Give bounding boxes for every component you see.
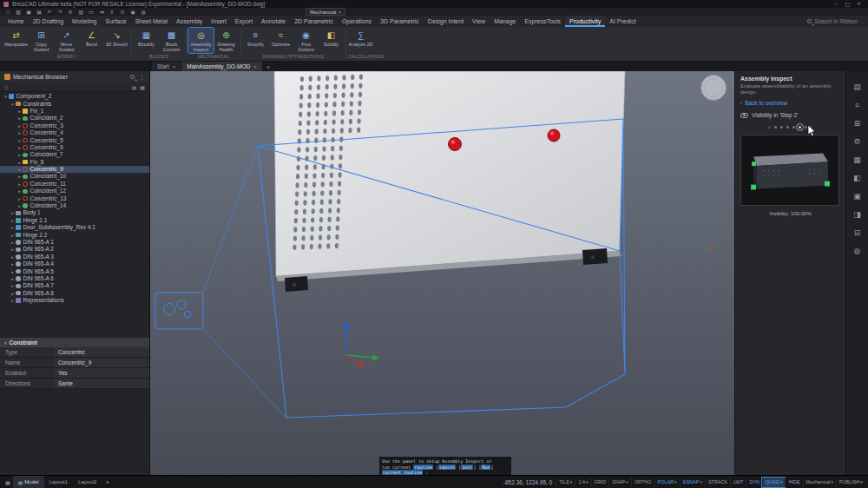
- toggle-esnap[interactable]: ESNAP ▾: [680, 478, 705, 487]
- tree-item-din-965-a-4[interactable]: ▸DIN 965-A 4: [0, 260, 149, 267]
- menu-item-export[interactable]: Export: [231, 16, 257, 27]
- minimize-button[interactable]: –: [831, 1, 842, 7]
- print-icon[interactable]: ▤: [35, 9, 43, 16]
- save-icon[interactable]: ▣: [24, 9, 33, 16]
- paste-icon[interactable]: ▭: [87, 9, 95, 16]
- cut-icon[interactable]: ⊘: [66, 9, 75, 16]
- tree-item-coincident-7[interactable]: ▸Coincident_7: [0, 151, 149, 158]
- properties-panel-icon[interactable]: ▤: [852, 82, 864, 92]
- menu-item-2d-parametric[interactable]: 2D Parametric: [290, 16, 338, 27]
- toggle-dyn[interactable]: DYN: [746, 478, 762, 487]
- tree-item-coincident-2[interactable]: ▸Coincident_2: [0, 115, 149, 122]
- step-dot-3[interactable]: [786, 126, 789, 129]
- ribbon-search[interactable]: Search in Ribbon: [807, 18, 865, 24]
- tree-item-concentric-13[interactable]: ▸Concentric_13: [0, 195, 149, 201]
- layout-tab-layout1[interactable]: Layout1: [44, 476, 73, 488]
- expand-icon[interactable]: ▸: [16, 181, 23, 188]
- ribbon-tool-assembly-inspect[interactable]: ◎Assembly Inspect: [188, 28, 214, 53]
- tree-item-representations[interactable]: ▸Representations: [0, 297, 149, 304]
- property-row-name[interactable]: NameConcentric_9: [0, 358, 149, 368]
- step-dot-4[interactable]: [792, 126, 795, 129]
- tree-item-concentric-3[interactable]: ▸Concentric_3: [0, 122, 149, 129]
- tree-item-constraints[interactable]: ▾Constraints: [0, 100, 149, 107]
- grid-view-icon[interactable]: ▦: [140, 84, 145, 90]
- report-panel-icon[interactable]: ◧: [852, 173, 864, 183]
- tree-item-door-subassembly-rev-4-1[interactable]: ▸Door_SubAssembly_Rev 4.1: [0, 224, 149, 231]
- view-icon[interactable]: ◉: [128, 9, 137, 16]
- property-row-enabled[interactable]: EnabledYes: [0, 368, 149, 379]
- tree-item-concentric-11[interactable]: ▸Concentric_11: [0, 181, 149, 188]
- expand-icon[interactable]: ▸: [10, 232, 16, 239]
- new-file-icon[interactable]: □: [3, 9, 12, 16]
- tree-item-concentric-4[interactable]: ▸Concentric_4: [0, 129, 149, 136]
- step-preview-thumbnail[interactable]: [740, 135, 839, 206]
- tree-item-coincident-14[interactable]: ▸Coincident_14: [0, 202, 149, 209]
- tree-item-din-965-a-6[interactable]: ▸DIN 965-A 6: [0, 275, 149, 282]
- menu-item-manage[interactable]: Manage: [490, 16, 520, 27]
- step-dot-1[interactable]: [774, 126, 777, 129]
- tree-item-concentric-6[interactable]: ▸Concentric_6: [0, 144, 149, 151]
- ribbon-tool-block-convert[interactable]: ▩Block Convert: [159, 28, 184, 53]
- workspace-dropdown[interactable]: Mechanical ▾: [306, 8, 345, 16]
- expand-icon[interactable]: ▸: [16, 115, 23, 122]
- ribbon-tool-optimize[interactable]: ≈Optimize: [268, 28, 293, 53]
- menu-item-assembly[interactable]: Assembly: [172, 16, 207, 27]
- undo-icon[interactable]: ↶: [45, 9, 54, 16]
- step-dot-6[interactable]: [805, 126, 807, 129]
- menu-item-operations[interactable]: Operations: [338, 16, 376, 27]
- tree-item-concentric-9[interactable]: ▸Concentric_9: [0, 166, 149, 173]
- expand-icon[interactable]: ▸: [10, 268, 16, 275]
- assembly-inspect-panel-icon[interactable]: ◍: [852, 246, 864, 256]
- expand-icon[interactable]: ▸: [16, 159, 23, 166]
- tree-item-din-965-a-3[interactable]: ▸DIN 965-A 3: [0, 254, 149, 260]
- ribbon-tool-move-guided[interactable]: ↗Move Guided: [54, 28, 79, 53]
- toggle-strack[interactable]: STRACK: [705, 478, 730, 487]
- layout-grid-icon[interactable]: ▦: [3, 479, 13, 485]
- tree-item-hinge-2-2[interactable]: ▸Hinge 2.2: [0, 231, 149, 238]
- expand-icon[interactable]: ▸: [10, 290, 16, 297]
- tree-item-component-2[interactable]: ▾Component_2: [0, 93, 149, 100]
- ribbon-tool-solidify[interactable]: ◧Solidify: [319, 28, 344, 53]
- expand-icon[interactable]: ▸: [10, 224, 16, 231]
- mechanical-browser-panel-icon[interactable]: ⚙: [852, 136, 864, 147]
- expand-icon[interactable]: ▸: [16, 195, 23, 202]
- expand-icon[interactable]: ▸: [10, 209, 16, 216]
- visibility-step-row[interactable]: Visibility in 'Step 2': [740, 112, 840, 118]
- viewport-3d[interactable]: Use the panel to setup Assembly Inspect …: [150, 71, 734, 475]
- red-pin-right[interactable]: [548, 129, 560, 142]
- toggle-mechanical[interactable]: Mechanical ▾: [803, 478, 836, 487]
- ribbon-tool-bend[interactable]: ∠Bend: [79, 28, 104, 53]
- layout-tab-layout2[interactable]: Layout2: [73, 476, 102, 488]
- ribbon-tool-analyze-2d[interactable]: ∑Analyze 2D: [348, 28, 373, 53]
- expand-icon[interactable]: ▸: [16, 144, 23, 151]
- property-row-type[interactable]: TypeConcentric: [0, 347, 149, 358]
- toggle-quad[interactable]: QUAD ▾: [762, 478, 785, 487]
- expand-icon[interactable]: ▸: [16, 202, 23, 209]
- menu-item-home[interactable]: Home: [3, 16, 29, 27]
- tree-item-din-965-a-2[interactable]: ▸DIN 965-A 2: [0, 246, 149, 253]
- browser-search-icon[interactable]: [130, 75, 135, 79]
- menu-item-productivity[interactable]: Productivity: [565, 16, 605, 27]
- ribbon-tool-3d-stretch[interactable]: ↘3D Stretch: [104, 28, 129, 53]
- layers-panel-icon[interactable]: ≡: [852, 100, 864, 110]
- menu-item-surface[interactable]: Surface: [102, 16, 131, 27]
- tree-item-din-965-a-7[interactable]: ▸DIN 965-A 7: [0, 282, 149, 289]
- tree-item-coincident-12[interactable]: ▸Coincident_12: [0, 188, 149, 195]
- close-tab-icon[interactable]: ×: [253, 64, 257, 69]
- ribbon-tool-copy-guided[interactable]: ⊞Copy Guided: [29, 28, 54, 53]
- tree-item-body-1[interactable]: ▸Body 1: [0, 209, 149, 216]
- new-tab-button[interactable]: +: [263, 63, 274, 71]
- layers-icon[interactable]: ≡: [108, 9, 116, 16]
- tree-item-din-965-a-5[interactable]: ▸DIN 965-A 5: [0, 267, 149, 274]
- menu-item-2d-drafting[interactable]: 2D Drafting: [29, 16, 68, 27]
- tool-palettes-panel-icon[interactable]: ◨: [852, 209, 864, 220]
- toggle-tile[interactable]: TILE ▾: [556, 478, 575, 487]
- close-tab-icon[interactable]: ×: [173, 64, 176, 69]
- menu-item-ai-predict[interactable]: AI Predict: [605, 16, 640, 27]
- tree-item-fix-8[interactable]: ▸Fix_8: [0, 159, 149, 166]
- property-row-directions[interactable]: DirectionsSame: [0, 379, 149, 389]
- tree-item-din-965-a-8[interactable]: ▸DIN 965-A 8: [0, 290, 149, 297]
- expand-icon[interactable]: ▸: [16, 129, 23, 136]
- ribbon-tool-simplify[interactable]: ≡Simplify: [243, 28, 268, 53]
- menu-item-view[interactable]: View: [468, 16, 490, 27]
